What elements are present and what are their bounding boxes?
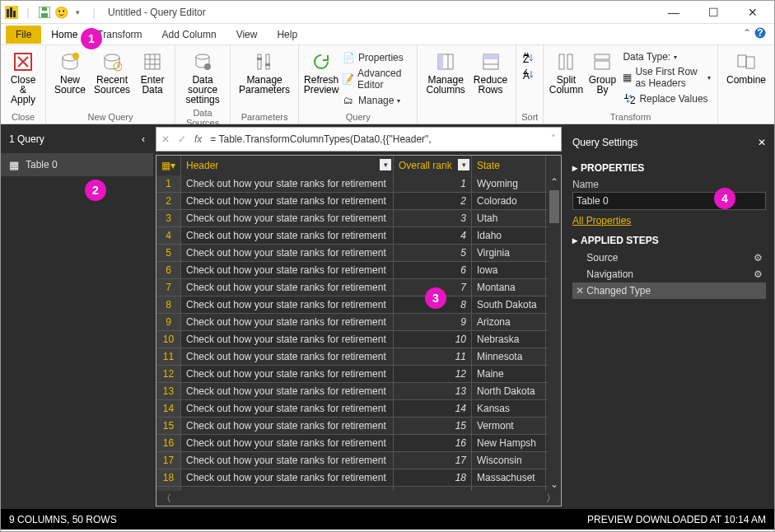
table-row[interactable]: 18Check out how your state ranks for ret… <box>156 469 561 487</box>
first-row-headers-button[interactable]: ▦Use First Row as Headers ▾ <box>621 65 712 90</box>
cancel-formula-icon[interactable]: ✕ <box>161 133 170 145</box>
table-row[interactable]: 13Check out how your state ranks for ret… <box>156 383 561 400</box>
applied-step[interactable]: ✕ Changed Type <box>572 282 766 299</box>
sort-desc-button[interactable]: ZA <box>521 67 538 82</box>
query-item[interactable]: ▦ Table 0 <box>1 153 153 176</box>
group-by-button[interactable]: Group By <box>585 49 619 106</box>
close-settings-icon[interactable]: ✕ <box>758 137 766 148</box>
name-input[interactable] <box>572 192 766 210</box>
table-row[interactable]: 14Check out how your state ranks for ret… <box>156 400 561 418</box>
all-properties-link[interactable]: All Properties <box>572 215 631 226</box>
table-row[interactable]: 2Check out how your state ranks for reti… <box>156 193 561 210</box>
fx-icon[interactable]: fx <box>194 133 202 145</box>
reduce-rows-button[interactable]: Reduce Rows <box>470 49 511 96</box>
table-row[interactable]: 1Check out how your state ranks for reti… <box>156 175 561 193</box>
properties-header[interactable]: ▸PROPERTIES <box>572 162 766 174</box>
grid-body: ⌃ ⌄ 1Check out how your state ranks for … <box>156 175 561 491</box>
vertical-scrollbar[interactable]: ⌃ ⌄ <box>548 175 561 491</box>
tab-add-column[interactable]: Add Column <box>152 26 226 44</box>
advanced-editor-button[interactable]: 📝Advanced Editor <box>340 67 412 91</box>
scroll-right-icon[interactable]: 〉 <box>546 492 556 506</box>
column-filter-icon[interactable]: ▾ <box>458 159 469 170</box>
cell-header: Check out how your state ranks for retir… <box>181 400 394 417</box>
group-label: Parameters <box>236 112 293 122</box>
tab-view[interactable]: View <box>226 26 268 44</box>
close-apply-button[interactable]: Close & Apply <box>6 49 40 106</box>
formula-nav-icon[interactable]: ˅ <box>551 133 556 145</box>
table-row[interactable]: 12Check out how your state ranks for ret… <box>156 366 561 383</box>
scroll-down-icon[interactable]: ⌄ <box>548 478 561 491</box>
table-row[interactable]: 19Check out how your state ranks for ret… <box>156 487 561 491</box>
table-row[interactable]: 7Check out how your state ranks for reti… <box>156 279 561 296</box>
column-filter-icon[interactable]: ▾ <box>380 159 391 170</box>
refresh-preview-button[interactable]: Refresh Preview <box>304 49 338 108</box>
save-icon[interactable] <box>37 5 52 20</box>
row-header-corner[interactable]: ▦▾ <box>156 156 181 175</box>
formula-text[interactable]: = Table.TransformColumnTypes(Data0,{{"He… <box>210 133 543 145</box>
manage-parameters-icon <box>253 50 276 73</box>
gear-icon[interactable]: ⚙ <box>754 268 763 280</box>
horizontal-scrollbar[interactable]: 〈 〉 <box>156 491 561 506</box>
properties-header-label: PROPERTIES <box>581 162 644 174</box>
table-row[interactable]: 16Check out how your state ranks for ret… <box>156 435 561 452</box>
close-button[interactable]: ✕ <box>735 2 771 22</box>
qat-dropdown-icon[interactable]: ▾ <box>70 5 85 20</box>
cell-rank: 18 <box>394 469 472 486</box>
accept-formula-icon[interactable]: ✓ <box>178 133 186 145</box>
data-grid: ▦▾ Header▾ Overall rank▾ State ⌃ ⌄ 1Chec… <box>156 155 562 506</box>
manage-parameters-button[interactable]: Manage Parameters <box>236 49 293 96</box>
row-number: 16 <box>156 435 181 451</box>
table-row[interactable]: 3Check out how your state ranks for reti… <box>156 210 561 227</box>
sort-asc-button[interactable]: AZ <box>521 50 538 65</box>
chevron-up-icon[interactable]: ⌃ <box>743 27 751 39</box>
tab-file[interactable]: File <box>6 26 41 44</box>
table-row[interactable]: 15Check out how your state ranks for ret… <box>156 418 561 435</box>
cell-state: Colorado <box>472 193 546 209</box>
steps-header[interactable]: ▸APPLIED STEPS <box>572 235 766 246</box>
tab-help[interactable]: Help <box>267 26 307 44</box>
callout-4: 4 <box>714 188 735 209</box>
maximize-button[interactable]: ☐ <box>695 2 731 22</box>
column-header[interactable]: State <box>472 156 546 175</box>
split-column-button[interactable]: Split Column <box>549 49 583 106</box>
combine-button[interactable]: Combine <box>723 49 769 86</box>
applied-step[interactable]: Navigation⚙ <box>572 266 766 282</box>
cell-header: Check out how your state ranks for retir… <box>181 193 394 209</box>
delete-step-icon[interactable]: ✕ <box>576 285 586 296</box>
data-source-settings-button[interactable]: Data source settings <box>180 49 225 106</box>
minimize-button[interactable]: — <box>656 2 692 22</box>
table-row[interactable]: 6Check out how your state ranks for reti… <box>156 262 561 279</box>
enter-data-button[interactable]: Enter Data <box>135 49 170 96</box>
replace-values-button[interactable]: 12Replace Values <box>621 91 712 106</box>
manage-button[interactable]: 🗂Manage ▾ <box>340 93 412 108</box>
cell-state: Virginia <box>472 245 546 261</box>
window-title: Untitled - Query Editor <box>108 7 206 18</box>
scrollbar-thumb[interactable] <box>549 190 559 223</box>
table-row[interactable]: 11Check out how your state ranks for ret… <box>156 348 561 366</box>
table-row[interactable]: 17Check out how your state ranks for ret… <box>156 452 561 469</box>
table-row[interactable]: 9Check out how your state ranks for reti… <box>156 314 561 331</box>
new-source-button[interactable]: New Source <box>51 49 89 96</box>
collapse-icon[interactable]: ‹ <box>142 133 145 145</box>
smiley-icon[interactable]: 🙂 <box>54 5 68 20</box>
table-row[interactable]: 10Check out how your state ranks for ret… <box>156 331 561 348</box>
cell-rank: 19 <box>394 487 472 491</box>
table-row[interactable]: 5Check out how your state ranks for reti… <box>156 245 561 262</box>
settings-title: Query Settings ✕ <box>572 131 766 154</box>
gear-icon[interactable]: ⚙ <box>754 252 763 264</box>
cell-rank: 15 <box>394 418 472 434</box>
table-row[interactable]: 8Check out how your state ranks for reti… <box>156 296 561 314</box>
help-icon[interactable]: ? <box>754 27 766 39</box>
ribbon-collapse-help[interactable]: ⌃ ? <box>743 27 766 39</box>
svg-rect-36 <box>567 54 572 69</box>
column-header[interactable]: Header▾ <box>181 156 394 175</box>
table-row[interactable]: 4Check out how your state ranks for reti… <box>156 227 561 245</box>
recent-sources-button[interactable]: Recent Sources <box>91 49 133 96</box>
applied-step[interactable]: Source⚙ <box>572 250 766 266</box>
data-type-button[interactable]: Data Type: ▾ <box>621 50 712 63</box>
manage-columns-button[interactable]: Manage Columns <box>423 49 468 96</box>
column-header[interactable]: Overall rank▾ <box>394 156 472 175</box>
properties-button[interactable]: 📄Properties <box>340 50 412 65</box>
scroll-left-icon[interactable]: 〈 <box>161 492 171 506</box>
scroll-up-icon[interactable]: ⌃ <box>548 175 561 189</box>
